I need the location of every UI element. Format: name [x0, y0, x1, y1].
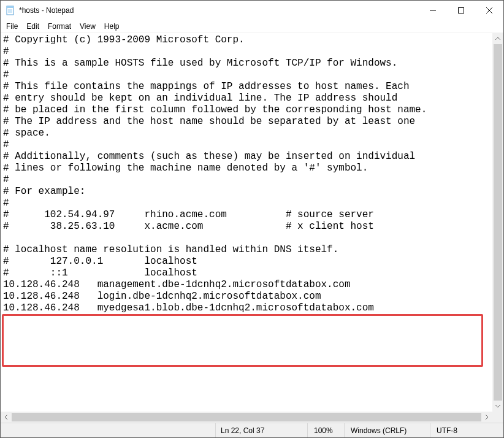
- vertical-scrollbar[interactable]: [492, 33, 503, 412]
- horizontal-scrollbar[interactable]: [1, 412, 492, 423]
- editor-line: #: [3, 174, 490, 186]
- scrollbar-corner: [492, 412, 503, 423]
- menu-edit[interactable]: Edit: [22, 21, 44, 31]
- notepad-window: *hosts - Notepad File Edit Format View H…: [0, 0, 504, 438]
- svg-rect-6: [459, 8, 464, 13]
- editor-line: # space.: [3, 128, 490, 139]
- notepad-icon: [6, 6, 15, 15]
- status-spacer: [1, 423, 215, 437]
- minimize-button[interactable]: [419, 1, 447, 20]
- menubar: File Edit Format View Help: [1, 20, 503, 33]
- maximize-button[interactable]: [447, 1, 475, 20]
- titlebar: *hosts - Notepad: [1, 1, 503, 20]
- window-title: *hosts - Notepad: [19, 6, 419, 15]
- editor-line: # ::1 localhost: [3, 267, 490, 279]
- editor-line: 10.128.46.248 management.dbe-1dcnhq2.mic…: [3, 279, 490, 291]
- status-line-ending: Windows (CRLF): [344, 423, 430, 437]
- scroll-left-button[interactable]: [1, 412, 12, 423]
- menu-format[interactable]: Format: [44, 21, 75, 31]
- editor-line: #: [3, 198, 490, 209]
- editor-line: # be placed in the first column followed…: [3, 104, 490, 116]
- status-zoom: 100%: [307, 423, 344, 437]
- scroll-right-button[interactable]: [481, 412, 492, 423]
- scroll-up-button[interactable]: [492, 33, 503, 44]
- editor-line: 10.128.46.248 login.dbe-1dcnhq2.microsof…: [3, 291, 490, 302]
- scroll-down-button[interactable]: [492, 401, 503, 412]
- editor-line: # The IP address and the host name shoul…: [3, 116, 490, 128]
- scroll-thumb-horizontal[interactable]: [12, 413, 481, 421]
- editor-line: [3, 314, 490, 326]
- statusbar: Ln 22, Col 37 100% Windows (CRLF) UTF-8: [1, 423, 503, 437]
- svg-rect-1: [7, 6, 13, 8]
- menu-view[interactable]: View: [75, 21, 100, 31]
- status-cursor-position: Ln 22, Col 37: [215, 423, 307, 437]
- editor-line: # This file contains the mappings of IP …: [3, 81, 490, 93]
- editor-line: #: [3, 46, 490, 58]
- status-encoding: UTF-8: [430, 423, 503, 437]
- editor-line: # 102.54.94.97 rhino.acme.com # source s…: [3, 209, 490, 221]
- editor-line: # lines or following the machine name de…: [3, 163, 490, 174]
- editor-line: # For example:: [3, 186, 490, 198]
- editor-line: # Copyright (c) 1993-2009 Microsoft Corp…: [3, 34, 490, 46]
- window-controls: [419, 1, 503, 20]
- menu-help[interactable]: Help: [100, 21, 124, 31]
- scroll-track-vertical[interactable]: [492, 44, 503, 401]
- editor-line: 10.128.46.248 myedgesa1.blob.dbe-1dcnhq2…: [3, 302, 490, 314]
- editor-line: # This is a sample HOSTS file used by Mi…: [3, 58, 490, 69]
- editor-line: # localhost name resolution is handled w…: [3, 244, 490, 256]
- editor-line: [3, 232, 490, 244]
- text-editor[interactable]: # Copyright (c) 1993-2009 Microsoft Corp…: [1, 33, 492, 412]
- editor-line: #: [3, 69, 490, 81]
- editor-line: #: [3, 139, 490, 151]
- scroll-thumb-vertical[interactable]: [494, 44, 502, 401]
- scroll-track-horizontal[interactable]: [12, 412, 481, 423]
- editor-wrap: # Copyright (c) 1993-2009 Microsoft Corp…: [1, 33, 503, 423]
- editor-line: # Additionally, comments (such as these)…: [3, 151, 490, 163]
- menu-file[interactable]: File: [2, 21, 22, 31]
- editor-line: # 38.25.63.10 x.acme.com # x client host: [3, 221, 490, 232]
- editor-line: # entry should be kept on an individual …: [3, 93, 490, 104]
- editor-line: # 127.0.0.1 localhost: [3, 256, 490, 267]
- close-button[interactable]: [475, 1, 503, 20]
